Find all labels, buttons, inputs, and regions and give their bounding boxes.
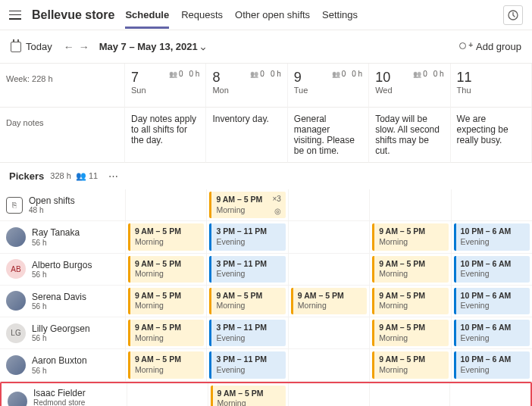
shift-morning[interactable]: 9 AM – 5 PMMorning	[128, 288, 204, 314]
empty-cell[interactable]	[125, 189, 206, 221]
week-summary: Week: 228 h	[0, 64, 125, 108]
schedule-cell[interactable]: 9 AM – 5 PMMorning	[125, 286, 206, 317]
person-row-isaac[interactable]: Isaac FielderRedmond store8 h	[2, 383, 127, 406]
shift-morning[interactable]: 9 AM – 5 PMMorning	[209, 288, 285, 314]
shift-evening[interactable]: 3 PM – 11 PMEvening	[209, 320, 285, 346]
schedule-cell[interactable]	[288, 383, 369, 406]
date-range-picker[interactable]: May 7 – May 13, 2021⌵	[99, 41, 205, 52]
schedule-cell[interactable]	[449, 383, 530, 406]
shift-evening[interactable]: 10 PM – 6 AMEvening	[454, 288, 530, 314]
store-title: Bellevue store	[32, 8, 114, 22]
day-header-Sun[interactable]: 7Sun 00 h	[125, 64, 206, 108]
schedule-cell[interactable]: 9 AM – 5 PMMorning	[125, 349, 206, 381]
schedule-cell[interactable]: 10 PM – 6 AMEvening	[451, 254, 532, 286]
shift-morning[interactable]: 9 AM – 5 PMMorning	[128, 351, 204, 378]
prev-week[interactable]: ←	[61, 41, 77, 53]
schedule-cell[interactable]: 3 PM – 11 PMEvening	[206, 254, 287, 286]
open-shift-card[interactable]: 9 AM – 5 PMMorning×3◎	[209, 192, 285, 218]
shift-morning[interactable]: 9 AM – 5 PMMorning	[372, 223, 448, 250]
schedule-cell[interactable]: 9 AM – 5 PMMorning	[208, 383, 289, 406]
schedule-cell[interactable]: 10 PM – 6 AMEvening	[451, 317, 532, 349]
person-row-alberto[interactable]: AB Alberto Burgos56 h	[0, 254, 125, 286]
open-shift-icon: ⎘	[6, 197, 23, 214]
day-header-Tue[interactable]: 9Tue 00 h	[288, 64, 369, 108]
shift-evening[interactable]: 10 PM – 6 AMEvening	[454, 320, 530, 346]
schedule-cell[interactable]: 9 AM – 5 PMMorning	[369, 286, 450, 317]
avatar	[6, 355, 26, 375]
shift-morning[interactable]: 9 AM – 5 PMMorning	[211, 386, 286, 406]
person-row-aaron[interactable]: Aaron Buxton56 h	[0, 349, 125, 381]
schedule-cell[interactable]: 10 PM – 6 AMEvening	[451, 221, 532, 253]
schedule-cell[interactable]: 3 PM – 11 PMEvening	[206, 221, 287, 253]
shift-evening[interactable]: 3 PM – 11 PMEvening	[209, 256, 285, 283]
schedule-cell[interactable]: 9 AM – 5 PMMorning	[369, 221, 450, 253]
schedule-cell[interactable]: 3 PM – 11 PMEvening	[206, 349, 287, 381]
clock-icon[interactable]	[503, 5, 523, 25]
day-header-Mon[interactable]: 8Mon 00 h	[206, 64, 287, 108]
shift-morning[interactable]: 9 AM – 5 PMMorning	[372, 288, 448, 314]
shift-evening[interactable]: 10 PM – 6 AMEvening	[454, 256, 530, 283]
schedule-cell[interactable]	[369, 383, 450, 406]
shift-morning[interactable]: 9 AM – 5 PMMorning	[291, 288, 367, 314]
day-note[interactable]: Day notes apply to all shifts for the da…	[125, 108, 206, 163]
next-week[interactable]: →	[77, 41, 92, 53]
schedule-cell[interactable]	[288, 317, 369, 349]
day-note[interactable]: We are expecting be really busy.	[451, 108, 532, 163]
avatar: LG	[6, 323, 26, 343]
open-shifts-row[interactable]: ⎘ Open shifts48 h	[0, 189, 125, 221]
day-header-Thu[interactable]: 11Thu	[451, 64, 532, 108]
day-note[interactable]: General manager visiting. Please be on t…	[288, 108, 369, 163]
schedule-cell[interactable]: 9 AM – 5 PMMorning	[125, 317, 206, 349]
schedule-cell[interactable]: 10 PM – 6 AMEvening	[451, 349, 532, 381]
schedule-cell[interactable]	[288, 221, 369, 253]
tab-schedule[interactable]: Schedule	[125, 2, 169, 29]
schedule-cell[interactable]: 9 AM – 5 PMMorning	[369, 349, 450, 381]
pin-icon: ◎	[274, 206, 281, 216]
empty-cell[interactable]	[451, 189, 532, 221]
schedule-cell[interactable]: 10 PM – 6 AMEvening	[451, 286, 532, 317]
shift-evening[interactable]: 3 PM – 11 PMEvening	[209, 223, 285, 250]
tab-requests[interactable]: Requests	[181, 2, 223, 29]
schedule-cell[interactable]	[288, 254, 369, 286]
avatar	[6, 291, 26, 311]
day-notes-label: Day notes	[0, 108, 125, 163]
schedule-cell[interactable]	[127, 383, 208, 406]
shift-morning[interactable]: 9 AM – 5 PMMorning	[128, 223, 204, 250]
schedule-cell[interactable]: 9 AM – 5 PMMorning	[125, 254, 206, 286]
avatar	[6, 227, 26, 247]
add-group-button[interactable]: Add group	[459, 41, 521, 52]
shift-morning[interactable]: 9 AM – 5 PMMorning	[372, 320, 448, 346]
person-row-serena[interactable]: Serena Davis56 h	[0, 286, 125, 317]
shift-evening[interactable]: 10 PM – 6 AMEvening	[454, 351, 530, 378]
today-button[interactable]: Today	[26, 41, 52, 52]
schedule-cell[interactable]: 9 AM – 5 PMMorning	[288, 286, 369, 317]
schedule-cell[interactable]	[288, 349, 369, 381]
shift-morning[interactable]: 9 AM – 5 PMMorning	[128, 256, 204, 283]
people-plus-icon	[459, 42, 471, 52]
day-header-Wed[interactable]: 10Wed 00 h	[369, 64, 450, 108]
day-note[interactable]: Inventory day.	[206, 108, 287, 163]
tab-open-shifts[interactable]: Other open shifts	[235, 2, 310, 29]
schedule-cell[interactable]: 9 AM – 5 PMMorning	[125, 221, 206, 253]
person-row-lilly[interactable]: LG Lilly Georgsen56 h	[0, 317, 125, 349]
shift-evening[interactable]: 3 PM – 11 PMEvening	[209, 351, 285, 378]
day-note[interactable]: Today will be slow. All second shifts ma…	[369, 108, 450, 163]
empty-cell[interactable]	[369, 189, 450, 221]
avatar	[8, 392, 27, 406]
tab-settings[interactable]: Settings	[322, 2, 358, 29]
group-header-pickers[interactable]: Pickers328 h 👥 11 ⋯	[0, 163, 532, 189]
shift-morning[interactable]: 9 AM – 5 PMMorning	[128, 320, 204, 346]
person-row-ray[interactable]: Ray Tanaka56 h	[0, 221, 125, 253]
shift-morning[interactable]: 9 AM – 5 PMMorning	[372, 256, 448, 283]
chevron-down-icon: ⌵	[201, 43, 205, 52]
empty-cell[interactable]	[288, 189, 369, 221]
schedule-cell[interactable]: 9 AM – 5 PMMorning	[369, 317, 450, 349]
shared-shift-row: Isaac FielderRedmond store8 h9 AM – 5 PM…	[0, 382, 532, 406]
group-more-icon[interactable]: ⋯	[108, 170, 120, 182]
shift-morning[interactable]: 9 AM – 5 PMMorning	[372, 351, 448, 378]
schedule-cell[interactable]: 3 PM – 11 PMEvening	[206, 317, 287, 349]
schedule-cell[interactable]: 9 AM – 5 PMMorning	[206, 286, 287, 317]
schedule-cell[interactable]: 9 AM – 5 PMMorning	[369, 254, 450, 286]
shift-evening[interactable]: 10 PM – 6 AMEvening	[454, 223, 530, 250]
hamburger-menu[interactable]	[9, 11, 21, 20]
